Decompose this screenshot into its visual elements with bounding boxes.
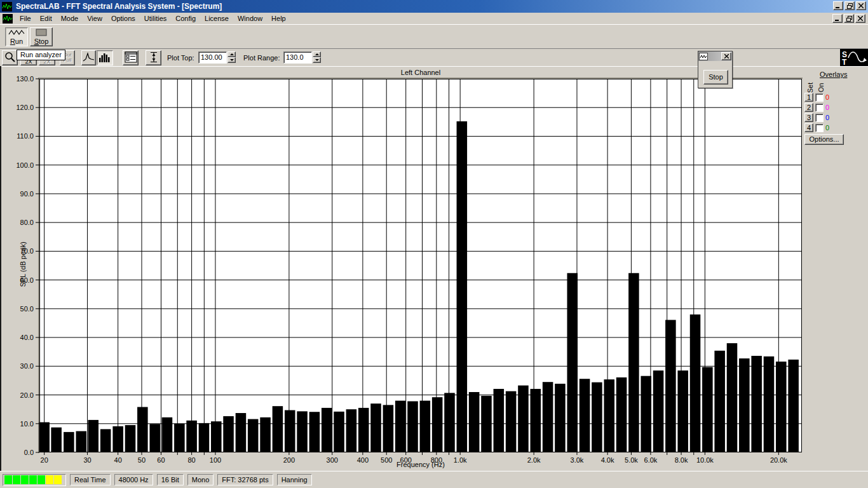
document-icon[interactable] [3,14,13,24]
spectralab-logo: S T [840,49,868,66]
spectrum-bar [628,273,639,452]
spectrum-bar [702,367,713,452]
spectrum-bar [100,429,111,452]
svg-text:T: T [842,58,847,66]
run-button[interactable]: Run [5,27,28,46]
overlay-value-2: 0 [825,104,829,111]
main-toolbar: Run Stop Avg: 20 Peak Hold [0,24,868,48]
floating-stop-button[interactable]: Stop [703,70,728,85]
menu-help[interactable]: Help [267,13,290,24]
mdi-restore-button[interactable] [844,14,854,23]
plot-top-input[interactable]: 130.00 [198,51,227,64]
spectrum-bar [555,384,566,452]
magnifier-icon [4,51,16,64]
zoom-in-button[interactable] [2,50,18,65]
waveform-icon [8,29,25,37]
overlay-on-checkbox-1[interactable] [815,93,824,102]
spectrum-bar [604,379,614,452]
plot-toolbar: 2X 2X Out Full [0,48,868,66]
bar-spectrum-button[interactable] [97,50,113,65]
overlay-on-checkbox-4[interactable] [815,124,824,132]
overlay-on-checkbox-3[interactable] [815,114,824,122]
spectrum-bar [641,376,651,452]
display-options-button[interactable] [123,50,139,65]
stop-button[interactable]: Stop [30,27,53,46]
vertical-scale-button[interactable] [146,50,161,65]
spectrum-bar [297,411,308,452]
spectrum-bar [260,417,271,452]
plot-edge-shadow [38,78,39,453]
y-tick-label: 100.0 [16,161,34,169]
spin-up-icon [315,53,319,55]
level-meter-segment [29,475,37,484]
app-icon[interactable] [2,2,12,11]
spectrum-bar [112,426,123,452]
spectrum-bar [776,362,787,452]
restore-button[interactable] [844,1,855,10]
plot-range-spinner[interactable] [313,51,321,63]
spectrum-bar [506,391,517,452]
spectrum-bar [592,383,602,452]
mdi-minimize-button[interactable] [832,14,843,23]
menu-options[interactable]: Options [107,13,140,24]
mdi-close-button[interactable] [855,14,865,23]
spectrum-bar [273,406,283,452]
spectrum-bar [469,392,480,452]
spectrum-bar [407,401,418,452]
line-spectrum-button[interactable] [81,50,96,65]
y-tick-label: 20.0 [20,391,34,399]
overlays-options-button[interactable]: Options... [804,134,844,145]
menu-bar: FileEditModeViewOptionsUtilitiesConfigLi… [0,13,868,24]
minimize-button[interactable] [833,1,843,10]
level-meter-segment [4,475,12,484]
menu-config[interactable]: Config [171,13,200,24]
level-meter-segment [21,475,29,484]
spectrum-plot[interactable]: 0.010.020.030.040.050.060.070.080.090.01… [13,66,868,473]
menu-mode[interactable]: Mode [57,13,83,24]
spin-down-icon [230,59,234,61]
spectrum-bar [665,320,676,452]
overlays-title[interactable]: Overlays [820,71,847,78]
y-tick-label: 0.0 [24,449,34,456]
overlay-on-checkbox-2[interactable] [815,104,824,112]
overlay-set-button-3[interactable]: 3 [804,113,813,122]
overlay-set-button-1[interactable]: 1 [804,93,813,102]
spectrum-bar [211,421,222,452]
spectrum-bar [494,389,505,452]
bar-plot-icon [98,52,111,64]
overlay-set-button-4[interactable]: 4 [804,123,813,132]
spectrum-bar [457,121,468,452]
menu-license[interactable]: License [200,13,233,24]
overlay-row: 10 [804,93,829,102]
menu-file[interactable]: File [15,13,36,24]
floating-toolbar-close-icon[interactable] [721,52,731,60]
overlay-value-1: 0 [825,93,829,101]
menu-view[interactable]: View [83,13,107,24]
overlay-value-3: 0 [825,114,829,121]
mdi-window-buttons [832,14,865,23]
status-panel-3: Mono [187,474,214,485]
spectrum-bar [223,416,234,452]
level-meter-segment [13,475,20,484]
spin-down-icon [315,59,319,61]
y-tick-label: 80.0 [20,219,34,226]
status-panel-4: FFT: 32768 pts [217,474,273,485]
menu-edit[interactable]: Edit [36,13,57,24]
close-button[interactable] [856,1,866,10]
menu-window[interactable]: Window [233,13,267,24]
menu-utilities[interactable]: Utilities [140,13,171,24]
floating-toolbar-titlebar[interactable] [698,51,732,61]
plot-range-input[interactable]: 130.0 [283,51,312,64]
plot-top-spinner[interactable] [227,51,236,63]
spectrum-bar [322,408,332,452]
spectrum-bar [309,412,320,452]
overlay-set-button-2[interactable]: 2 [804,103,813,112]
spectrum-bar [285,410,295,452]
run-analyzer-tooltip: Run analyzer [17,50,65,60]
overlay-row: 20 [804,103,829,112]
spectrum-bar [395,401,406,452]
status-panel-2: 16 Bit [157,474,184,485]
spectrum-bar [739,358,750,452]
y-tick-label: 120.0 [16,104,34,111]
y-tick-label: 10.0 [20,420,34,428]
